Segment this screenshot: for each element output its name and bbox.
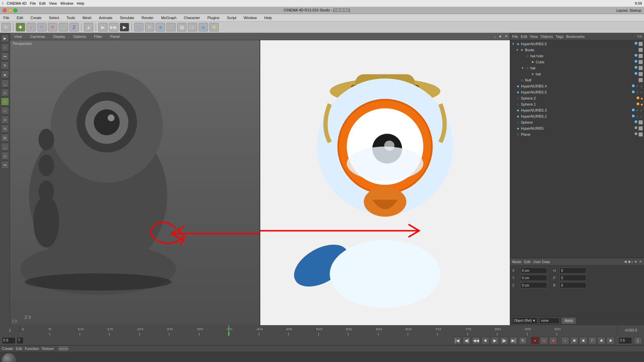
toolbar-axis[interactable]: + — [166, 23, 176, 32]
prev-frame-btn[interactable]: ◀| — [463, 337, 471, 344]
goto-start-btn[interactable]: |◀ — [453, 337, 461, 344]
tree-item-null[interactable]: ▶ ◇ Null — [510, 77, 644, 83]
attr-y-field[interactable]: 0 cm — [520, 275, 547, 281]
record-stop[interactable]: ■ — [549, 337, 557, 344]
render-hn2[interactable]: ✓ — [640, 115, 643, 118]
menu-mograph[interactable]: MoGraph — [160, 15, 178, 20]
toolbar-grid[interactable]: ▦ — [177, 23, 186, 32]
expand-null[interactable]: ▶ — [516, 78, 519, 82]
menu-window[interactable]: Window — [243, 15, 258, 20]
apply-button[interactable]: Apply — [561, 317, 576, 324]
toolbar-y[interactable]: Y — [59, 23, 68, 32]
render-hn5b[interactable]: ✓ — [640, 90, 643, 94]
tool-move[interactable]: ↕ — [1, 43, 9, 51]
tree-item-hn3[interactable]: ▶ ◆ HyperNURBS.3 ✓ ✓ — [510, 107, 644, 113]
mode-value-field[interactable]: none — [539, 318, 559, 324]
app-name[interactable]: CINEMA 4D — [7, 1, 26, 5]
vis-boole[interactable] — [639, 48, 643, 52]
menu-simulate[interactable]: Simulate — [118, 15, 136, 20]
toolbar-scale[interactable]: ↕ — [26, 23, 36, 32]
expand-plane[interactable]: ▶ — [512, 133, 515, 136]
attr-tab-edit[interactable]: Edit — [524, 260, 531, 264]
expand-sphere[interactable]: ▶ — [512, 121, 515, 124]
minimize-button[interactable] — [8, 8, 12, 12]
tool-knife[interactable]: ⎯ — [1, 143, 9, 151]
record-auto[interactable]: ● — [540, 337, 548, 344]
toolbar-anim[interactable]: ▶ — [98, 23, 108, 32]
viewport-maximize[interactable]: ↕ — [494, 35, 496, 39]
attr-p-field[interactable]: 0 — [559, 275, 586, 281]
menu-character[interactable]: Character — [182, 15, 201, 20]
expand-boole[interactable]: ▼ — [516, 48, 519, 52]
menu-mesh[interactable]: Mesh — [81, 15, 93, 20]
end-marker[interactable]: | — [634, 337, 642, 344]
object-tree[interactable]: ▼ ◆ HyperNURBS.5 ▼ ■ Boole — [510, 40, 644, 258]
mode-btn-1[interactable]: ▫ — [561, 337, 569, 344]
playback-start-field[interactable]: 0 S — [2, 337, 15, 344]
attr-target[interactable]: ◆ — [628, 259, 631, 264]
toolbar-cameras[interactable]: □□ — [188, 23, 197, 32]
material-thumbnail[interactable] — [2, 353, 15, 362]
timeline-ruler[interactable]: 1 5 10 15 20 25 30 35 40 45 50 55 60 — [20, 325, 617, 336]
mat-tab-create[interactable]: Create — [2, 347, 13, 351]
sys-view[interactable]: View — [49, 1, 57, 5]
tree-item-hn2[interactable]: ▶ ◆ HyperNURBS.2 ✓ ✓ — [510, 113, 644, 119]
tool-box[interactable]: □ — [1, 107, 9, 115]
toolbar-move[interactable]: ✚ — [16, 23, 25, 32]
tool-bridge[interactable]: ◇ — [1, 152, 9, 160]
tab-filter[interactable]: Filter — [92, 34, 104, 39]
toolbar-light[interactable]: ☀ — [209, 23, 219, 32]
tool-point[interactable]: ◇ — [1, 88, 9, 97]
close-button[interactable] — [3, 8, 7, 12]
tool-scale[interactable]: ↦ — [1, 52, 9, 60]
expand-hathole[interactable]: ▶ — [521, 54, 524, 58]
sys-edit[interactable]: Edit — [39, 1, 46, 5]
mode-btn-4[interactable]: P — [588, 337, 596, 344]
tool-measure[interactable]: ↦ — [1, 161, 9, 169]
tool-magnet[interactable]: ⚖ — [1, 134, 9, 142]
tab-panel[interactable]: Panel — [108, 34, 122, 39]
sys-window[interactable]: Window — [60, 1, 73, 5]
sys-help[interactable]: Help — [77, 1, 85, 5]
tree-item-plane[interactable]: ▶ □ Plane — [510, 131, 644, 137]
expand-hat[interactable]: ▼ — [521, 66, 524, 70]
sys-file[interactable]: File — [30, 1, 36, 5]
vis-hat-sub[interactable] — [639, 72, 643, 76]
om-tab-edit[interactable]: Edit — [521, 35, 527, 39]
expand-hn4[interactable]: ▶ — [512, 84, 515, 88]
viewport-3d[interactable]: Perspective — [10, 40, 260, 325]
goto-end-btn[interactable]: ▶| — [509, 337, 518, 344]
menu-script[interactable]: Script — [225, 15, 237, 20]
vis-hn3[interactable]: ✓ — [636, 109, 639, 112]
vis-cube[interactable] — [639, 60, 643, 64]
menu-select[interactable]: Select — [48, 15, 61, 20]
menu-tools[interactable]: Tools — [65, 15, 76, 20]
mode-btn-6[interactable]: ■ — [606, 337, 614, 344]
viewport-close[interactable]: ✕ — [505, 34, 508, 39]
playback-end-field[interactable]: 3 S — [619, 337, 632, 344]
om-tab-view[interactable]: View — [530, 35, 538, 39]
attr-close[interactable]: ✕ — [639, 259, 642, 264]
vis-plane[interactable] — [639, 132, 643, 136]
render-hn4[interactable]: ✓ — [640, 84, 643, 88]
viewport-reference[interactable] — [260, 40, 510, 325]
expand-hn5b[interactable]: ▶ — [512, 90, 515, 94]
mat-tab-texture[interactable]: Texture — [42, 347, 54, 351]
vis-hn1[interactable] — [639, 126, 643, 130]
object-mode-dropdown[interactable]: Object (Rel) ▼ — [512, 317, 537, 324]
vis-sphere[interactable] — [639, 120, 643, 124]
tool-select[interactable]: ▶ — [1, 34, 9, 42]
tree-item-sphere2[interactable]: ▶ ○ Sphere.2 ■ — [510, 95, 644, 101]
tab-view[interactable]: View — [12, 34, 24, 39]
attr-tab-mode[interactable]: Mode — [512, 260, 522, 264]
vis-sphere1[interactable]: ■ — [641, 103, 643, 106]
mat-tab-edit[interactable]: Edit — [16, 347, 22, 351]
mode-btn-5[interactable]: ■ — [597, 337, 605, 344]
expand-hypernurbs5[interactable]: ▼ — [512, 42, 515, 46]
attr-x-field[interactable]: 0 cm — [520, 267, 547, 274]
toolbar-persp[interactable]: ◻ — [134, 23, 144, 32]
tool-edge[interactable]: ⎯ — [1, 79, 9, 87]
tree-item-sphere[interactable]: ▶ ○ Sphere — [510, 119, 644, 125]
toolbar-snap[interactable]: ◆ — [156, 23, 165, 32]
expand-hn3[interactable]: ▶ — [512, 109, 515, 112]
